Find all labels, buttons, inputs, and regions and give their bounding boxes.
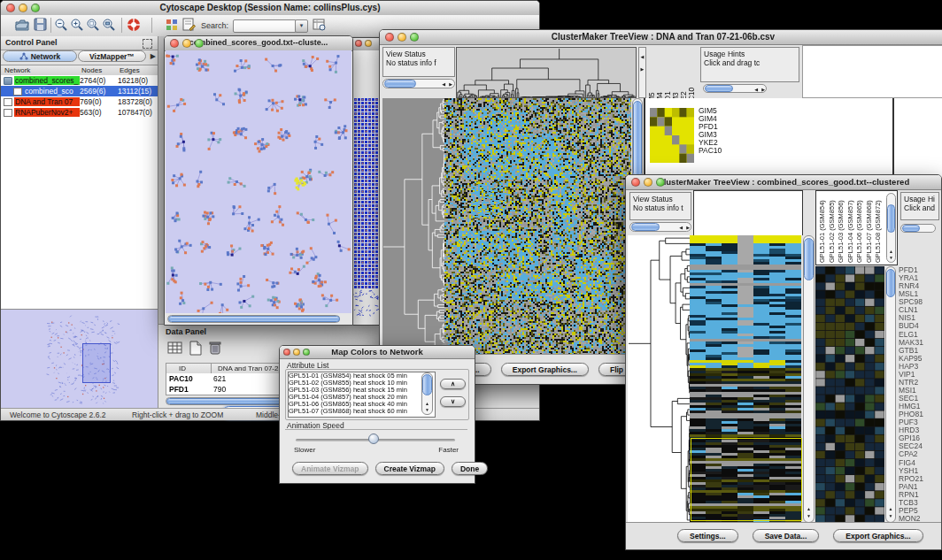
attribute-item[interactable]: GPL51-01 (GSM854) heat shock 05 min — [289, 372, 435, 380]
delete-attribute-trash-icon[interactable] — [208, 340, 222, 356]
zoom-fit-icon[interactable] — [102, 18, 116, 32]
tv1-column-dendrogram[interactable] — [456, 47, 637, 98]
scroll-down-icon[interactable]: ▼ — [422, 408, 432, 412]
tv2-vscrollbar[interactable]: ▲ ▼ — [803, 235, 815, 523]
scroll-up-icon[interactable]: ▲ — [422, 402, 432, 406]
tv2-action-button[interactable]: Export Graphics... — [833, 529, 923, 542]
close-button[interactable] — [385, 33, 394, 42]
network-canvas-area[interactable] — [166, 50, 351, 313]
tv1-usage-hscrollbar[interactable]: ◀ ▶ — [703, 84, 767, 93]
minimize-button[interactable] — [19, 4, 27, 12]
hscroll-thumb[interactable] — [902, 225, 920, 232]
tv2-action-button[interactable]: Save Data... — [753, 529, 820, 542]
minimize-button[interactable] — [644, 178, 652, 187]
column-header-network[interactable]: Network — [4, 66, 30, 74]
close-button[interactable] — [6, 4, 15, 12]
tv2-usage-hscrollbar[interactable] — [900, 224, 936, 233]
close-button[interactable] — [355, 40, 362, 47]
minimize-button[interactable] — [365, 40, 372, 47]
scroll-left-icon[interactable]: ◀ — [754, 87, 758, 92]
background-window-titlebar[interactable] — [352, 38, 380, 51]
scroll-down-icon[interactable]: ▼ — [887, 256, 895, 260]
treeview1-titlebar[interactable]: ClusterMaker TreeView : DNA and Tran 07-… — [380, 30, 942, 45]
speed-slider-thumb[interactable] — [368, 433, 379, 444]
hscroll-thumb[interactable] — [384, 80, 416, 88]
tv2-header-hscrollbar[interactable]: ◀ ▶ — [629, 222, 691, 232]
tab-vizmapper[interactable]: VizMapper™ — [78, 50, 146, 62]
open-session-icon[interactable] — [15, 18, 30, 32]
attribute-item[interactable]: GPL51-07 (GSM868) heat shock 60 min — [289, 408, 435, 415]
scroll-up-icon[interactable]: ▲ — [886, 507, 895, 511]
vizmap-colors-icon[interactable] — [166, 18, 179, 32]
search-dropdown-button[interactable]: ▼ — [295, 19, 308, 33]
scroll-left-icon[interactable]: ◀ — [442, 81, 445, 87]
data-col-id[interactable]: ID — [179, 364, 186, 372]
dialog-action-button[interactable]: Create Vizmap — [375, 462, 444, 475]
tv1-zoom-heatmap[interactable] — [650, 108, 694, 163]
tv1-row-dendrogram[interactable] — [382, 98, 444, 355]
dialog-action-button[interactable]: Done — [452, 462, 488, 475]
zoom-button[interactable] — [31, 4, 40, 12]
tab-network[interactable]: Network — [3, 50, 77, 62]
new-attribute-icon[interactable] — [189, 341, 203, 356]
network-tree-row[interactable]: combined_sco 2569(6) 13112(15) — [1, 86, 158, 96]
zoom-button[interactable] — [195, 39, 204, 48]
save-session-icon[interactable] — [34, 18, 47, 32]
attribute-list[interactable]: GPL51-01 (GSM854) heat shock 05 minGPL51… — [288, 372, 436, 418]
tv2-row-dendrogram[interactable] — [628, 235, 690, 523]
zoom-button[interactable] — [410, 33, 419, 42]
tv2-action-button[interactable]: Settings... — [677, 529, 738, 542]
tv1-action-button[interactable]: Export Graphics... — [501, 363, 589, 376]
attribute-item[interactable]: GPL51-02 (GSM855) heat shock 10 min — [289, 380, 435, 387]
zoom-out-icon[interactable] — [54, 18, 68, 32]
window-controls[interactable] — [6, 4, 40, 12]
network-hscrollbar[interactable] — [167, 315, 340, 323]
birdseye-overview[interactable] — [1, 309, 158, 409]
zoom-selected-icon[interactable] — [86, 18, 100, 32]
main-titlebar[interactable]: Cytoscape Desktop (Session Name: collins… — [1, 1, 539, 16]
treeview2-titlebar[interactable]: ClusterMaker TreeView : combined_scores_… — [626, 175, 941, 190]
hscroll-thumb[interactable] — [631, 223, 660, 231]
zoom-button[interactable] — [303, 349, 310, 356]
background-network-view[interactable] — [352, 50, 380, 325]
scroll-left-icon[interactable]: ◀ — [679, 225, 683, 230]
network-tree-row[interactable]: DNA and Tran 07 769(0) 183728(0) — [1, 96, 158, 107]
attribute-table-icon[interactable] — [167, 341, 183, 356]
vscroll-thumb[interactable] — [633, 101, 642, 177]
scroll-down-icon[interactable]: ▼ — [804, 514, 814, 518]
scroll-right-icon[interactable]: ▶ — [449, 81, 452, 87]
zoom-in-icon[interactable] — [70, 18, 84, 32]
zoom-button[interactable] — [656, 178, 665, 187]
network-hscroll-thumb[interactable] — [168, 316, 340, 322]
attribute-item[interactable]: GPL51-04 (GSM857) heat shock 20 min — [289, 394, 435, 401]
tv1-global-heatmap[interactable] — [444, 98, 631, 355]
network-tree-row[interactable]: RNAPuberNov2+ 563(0) 107847(0) — [1, 107, 158, 118]
move-attribute-down-button[interactable]: ∨ — [440, 396, 466, 407]
close-button[interactable] — [170, 39, 179, 48]
search-input[interactable] — [233, 19, 297, 33]
network-view-titlebar[interactable]: combined_scores_good.txt--cluste... — [165, 36, 352, 51]
annotation-icon[interactable] — [182, 18, 196, 32]
tv1-header-hscrollbar[interactable]: ◀ ▶ — [382, 79, 455, 88]
tv2-cluster-selection-rect[interactable] — [691, 438, 802, 521]
move-attribute-up-button[interactable]: ∧ — [440, 379, 466, 389]
vscroll-thumb[interactable] — [422, 374, 432, 395]
scroll-up-icon[interactable]: ▲ — [887, 249, 895, 254]
tv2-zoom-heatmap[interactable] — [815, 266, 884, 523]
tv2-zoom-vscrollbar[interactable]: ▲ ▼ — [885, 266, 896, 523]
scroll-right-icon[interactable]: ▶ — [761, 87, 765, 92]
scroll-up-icon[interactable]: ▲ — [804, 507, 814, 511]
attribute-item[interactable]: GPL51-03 (GSM856) heat shock 15 min — [289, 387, 435, 394]
search-options-icon[interactable] — [313, 18, 327, 32]
network-tree-list[interactable]: combined_scores_ 2764(0) 16218(0) combin… — [1, 75, 158, 309]
minimize-button[interactable] — [182, 39, 191, 48]
float-panel-icon[interactable] — [143, 39, 152, 49]
scroll-down-icon[interactable]: ▼ — [886, 514, 895, 518]
tab-overflow-button[interactable]: ▶ — [151, 52, 156, 60]
hscroll-thumb[interactable] — [705, 85, 733, 92]
close-button[interactable] — [283, 349, 290, 356]
minimize-button[interactable] — [398, 33, 406, 42]
vscroll-thumb[interactable] — [804, 238, 814, 280]
overview-viewport-rect[interactable] — [82, 343, 111, 383]
network-tree-row[interactable]: combined_scores_ 2764(0) 16218(0) — [1, 75, 158, 86]
